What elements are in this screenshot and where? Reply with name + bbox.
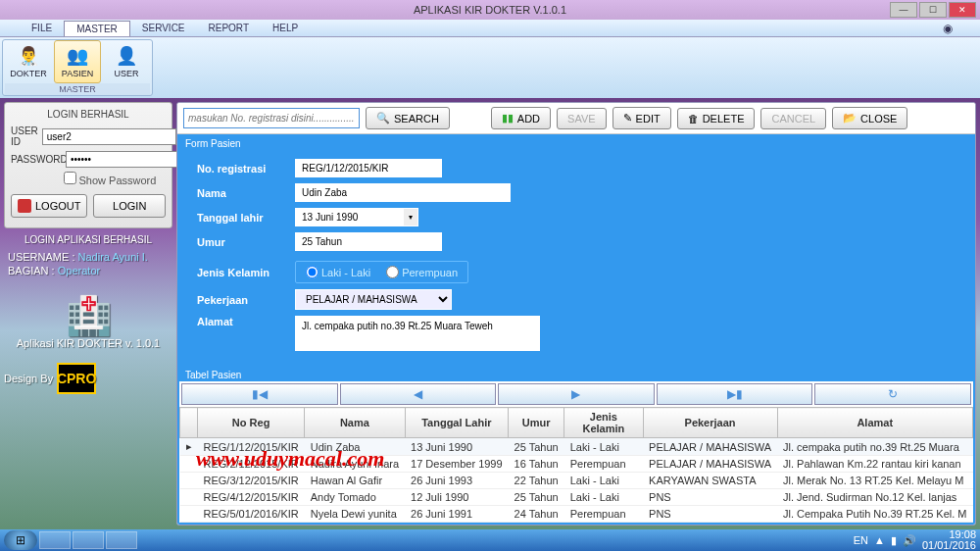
- toolbar: 🔍SEARCH ▮▮ADD SAVE ✎EDIT 🗑DELETE CANCEL …: [177, 103, 975, 134]
- add-icon: ▮▮: [502, 112, 514, 125]
- nav-prev-button[interactable]: ◀: [340, 383, 497, 405]
- userid-label: USER ID: [11, 125, 38, 147]
- doctor-icon: 👨‍⚕️: [18, 45, 39, 67]
- nama-input[interactable]: [295, 183, 511, 202]
- login-box: LOGIN BERHASIL USER ID PASSWORD Show Pas…: [4, 102, 172, 228]
- nav-next-button[interactable]: ▶: [498, 383, 655, 405]
- bagian-value: Operator: [58, 265, 100, 276]
- tray-flag-icon[interactable]: ▲: [874, 534, 885, 546]
- design-by: Design By CPRO: [4, 363, 172, 394]
- task-item[interactable]: [73, 531, 104, 549]
- search-icon: 🔍: [376, 112, 390, 125]
- ribbon-group-label: MASTER: [5, 83, 150, 95]
- logout-button[interactable]: LOGOUT: [11, 194, 87, 218]
- table-row[interactable]: REG/3/12/2015/KIRHawan Al Gafir26 Juni 1…: [180, 473, 973, 489]
- noreg-input[interactable]: [295, 159, 442, 177]
- app-footer-label: Aplikasi KIR DOKTER v. 1.0.1: [4, 337, 172, 349]
- table-row[interactable]: REG/5/01/2016/KIRNyela Dewi yunita26 Jun…: [180, 506, 973, 523]
- userid-input[interactable]: [42, 128, 176, 145]
- umur-input[interactable]: [295, 232, 442, 251]
- left-panel: LOGIN BERHASIL USER ID PASSWORD Show Pas…: [4, 102, 172, 526]
- menu-file[interactable]: FILE: [20, 21, 64, 35]
- table-row[interactable]: REG/4/12/2015/KIRAndy Tomado12 Juli 1990…: [180, 489, 973, 506]
- show-password-checkbox[interactable]: [64, 172, 76, 184]
- delete-icon: 🗑: [688, 113, 699, 125]
- start-button[interactable]: ⊞: [4, 530, 37, 550]
- ribbon-pasien-button[interactable]: 👥 PASIEN: [54, 40, 101, 83]
- app-icon-box: 🏥 Aplikasi KIR DOKTER v. 1.0.1: [4, 294, 172, 349]
- delete-button[interactable]: 🗑DELETE: [677, 108, 756, 129]
- cancel-button[interactable]: CANCEL: [760, 108, 826, 129]
- show-password-label: Show Password: [79, 175, 157, 186]
- save-button[interactable]: SAVE: [557, 108, 607, 129]
- close-icon: 📂: [843, 112, 857, 125]
- data-table: No Reg Nama Tanggal Lahir Umur Jenis Kel…: [179, 407, 973, 523]
- menubar: FILE MASTER SERVICE REPORT HELP ◉: [0, 20, 980, 37]
- search-input[interactable]: [183, 108, 360, 128]
- patient-icon: 👥: [67, 45, 88, 67]
- nav-first-button[interactable]: ▮◀: [181, 383, 338, 405]
- lang-indicator[interactable]: EN: [854, 534, 868, 546]
- task-item[interactable]: [39, 531, 71, 549]
- login-title: LOGIN BERHASIL: [11, 107, 166, 125]
- tabel-pasien: Tabel Pasien ▮◀ ◀ ▶ ▶▮ ↻ No Reg Nama Tan…: [177, 367, 975, 525]
- tanggal-input[interactable]: [295, 208, 403, 226]
- user-icon: 👤: [116, 45, 137, 67]
- alamat-textarea[interactable]: Jl. cempaka putih no.39 Rt.25 Muara Tewe…: [295, 316, 540, 351]
- hospital-icon: 🏥: [4, 294, 172, 337]
- radio-perempuan[interactable]: Perempuan: [386, 266, 458, 278]
- menu-master[interactable]: MASTER: [64, 21, 130, 36]
- tray-volume-icon[interactable]: 🔊: [903, 534, 916, 547]
- menu-service[interactable]: SERVICE: [130, 21, 197, 35]
- minimize-button[interactable]: —: [890, 2, 917, 18]
- password-label: PASSWORD: [11, 154, 62, 165]
- taskbar: ⊞ EN ▲ ▮ 🔊 19:08 01/01/2016: [0, 529, 980, 551]
- main-panel: 🔍SEARCH ▮▮ADD SAVE ✎EDIT 🗑DELETE CANCEL …: [176, 102, 976, 526]
- logout-icon: [18, 199, 31, 213]
- menu-help[interactable]: HELP: [261, 21, 310, 35]
- cpro-logo: CPRO: [57, 363, 96, 394]
- task-item[interactable]: [106, 531, 137, 549]
- nav-last-button[interactable]: ▶▮: [657, 383, 813, 405]
- ribbon-dokter-button[interactable]: 👨‍⚕️ DOKTER: [5, 40, 52, 83]
- add-button[interactable]: ▮▮ADD: [491, 107, 551, 129]
- login-info: LOGIN APLIKASI BERHASIL USERNAME : Nadir…: [4, 234, 172, 278]
- login-button[interactable]: LOGIN: [93, 194, 166, 218]
- radio-laki[interactable]: Laki - Laki: [306, 266, 370, 278]
- edit-icon: ✎: [623, 112, 632, 125]
- ribbon-user-button[interactable]: 👤 USER: [103, 40, 150, 83]
- maximize-button[interactable]: ☐: [919, 2, 947, 18]
- app-title: APLIKASI KIR DOKTER V.1.0.1: [414, 4, 566, 16]
- username-value: Nadira Ayuni I.: [78, 251, 148, 263]
- table-row[interactable]: ▸REG/1/12/2015/KIRUdin Zaba13 Juni 19902…: [180, 438, 973, 456]
- edit-button[interactable]: ✎EDIT: [612, 107, 671, 129]
- tray-battery-icon[interactable]: ▮: [891, 534, 897, 547]
- search-button[interactable]: 🔍SEARCH: [366, 107, 450, 129]
- menu-report[interactable]: REPORT: [197, 21, 262, 35]
- table-row[interactable]: REG/2/12/2015/KIRNadira Ayuni Inara17 De…: [180, 456, 973, 473]
- nav-refresh-button[interactable]: ↻: [814, 383, 971, 405]
- form-pasien: Form Pasien No. registrasi Nama Tanggal …: [177, 134, 975, 367]
- window-close-button[interactable]: ✕: [949, 2, 976, 18]
- close-button[interactable]: 📂CLOSE: [832, 107, 907, 129]
- ribbon: 👨‍⚕️ DOKTER 👥 PASIEN 👤 USER MASTER: [0, 37, 980, 98]
- system-tray: EN ▲ ▮ 🔊 19:08 01/01/2016: [854, 529, 976, 551]
- help-icon[interactable]: ◉: [935, 22, 960, 35]
- pekerjaan-select[interactable]: PELAJAR / MAHASISWA: [295, 289, 452, 310]
- date-dropdown-icon[interactable]: ▾: [403, 208, 418, 226]
- clock[interactable]: 19:08 01/01/2016: [922, 529, 976, 551]
- titlebar: APLIKASI KIR DOKTER V.1.0.1 — ☐ ✕: [0, 0, 980, 20]
